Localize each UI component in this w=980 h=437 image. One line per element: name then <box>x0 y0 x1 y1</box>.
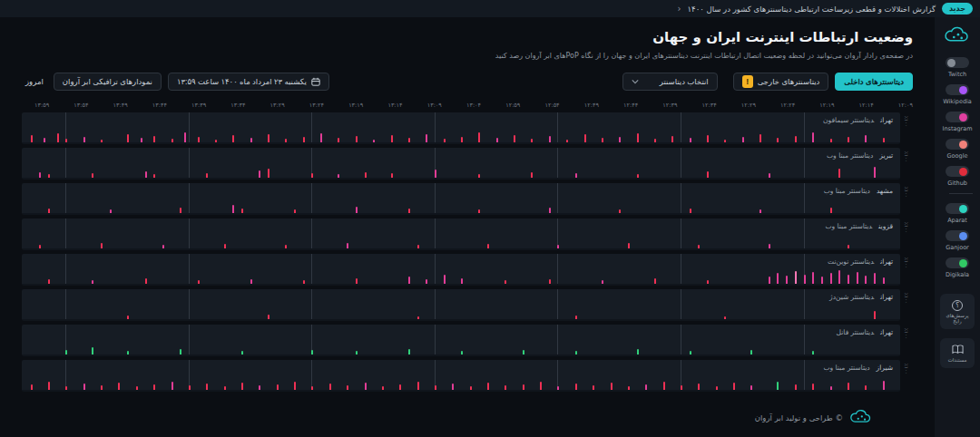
arvan-radar-logo-icon[interactable] <box>944 24 971 48</box>
event-tick <box>162 245 164 248</box>
row-scale-label: ٪۱۰۰ <box>904 151 909 162</box>
faq-button[interactable]: ؟ پرسش‌های رایج <box>940 294 975 329</box>
gridline <box>557 289 558 319</box>
event-tick <box>65 350 67 354</box>
event-tick <box>277 384 279 390</box>
event-tick <box>487 383 489 390</box>
event-tick <box>408 277 410 284</box>
timeline-track[interactable]: تهراندیتاسنتر نوین‌نت <box>22 254 900 286</box>
event-tick <box>654 278 656 284</box>
event-tick <box>795 271 797 284</box>
row-city: تبریز <box>879 151 893 160</box>
event-tick <box>329 384 331 390</box>
gridline <box>65 254 66 284</box>
timeline-track[interactable]: شیرازدیتاسنتر مبنا وب <box>22 360 900 392</box>
event-tick <box>92 280 93 284</box>
new-badge[interactable]: جدید <box>942 3 973 15</box>
gridline <box>65 148 66 178</box>
event-tick <box>848 275 849 284</box>
event-tick <box>540 382 542 390</box>
service-item-instagram: Instagram <box>942 112 972 132</box>
event-tick <box>311 386 313 390</box>
select-datacenter-dropdown[interactable]: انتخاب دیتاسنتر <box>622 73 718 91</box>
service-toggle-wikipedia[interactable] <box>946 84 969 95</box>
time-tick-label: ۱۲:۲۴ <box>780 102 795 109</box>
tab-internal-datacenters[interactable]: دیتاسنترهای داخلی <box>835 73 913 91</box>
event-tick <box>206 173 208 178</box>
row-scale-label: ٪۱۰۰ <box>904 257 909 268</box>
event-tick <box>575 316 577 319</box>
row-scale-handle[interactable]: ٪۱۰۰ <box>900 289 913 321</box>
row-scale-handle[interactable]: ٪۱۰۰ <box>900 360 913 392</box>
service-toggle-digikala[interactable] <box>946 257 969 268</box>
row-scale-handle[interactable]: ٪۱۰۰ <box>900 148 913 180</box>
event-tick <box>285 139 287 142</box>
event-tick <box>118 383 120 390</box>
announcement-text[interactable]: گزارش اختلالات و قطعی زیرساخت ارتباطی دی… <box>688 5 936 14</box>
service-toggle-ganjoor[interactable] <box>946 230 969 241</box>
event-tick <box>311 173 313 178</box>
event-tick <box>496 138 498 142</box>
event-tick <box>557 386 559 390</box>
event-tick <box>602 138 603 142</box>
row-datacenter: دیتاسنتر مبنا وب <box>825 222 872 230</box>
calendar-icon <box>311 77 320 86</box>
chevron-left-icon[interactable]: ‹ <box>678 4 681 14</box>
toggle-knob <box>959 168 967 176</box>
service-toggle-instagram[interactable] <box>946 112 969 122</box>
gridline <box>804 112 805 142</box>
row-scale-handle[interactable]: ٪۱۰۰ <box>900 254 913 286</box>
gridline <box>804 183 805 213</box>
service-toggle-twitch[interactable] <box>946 57 969 68</box>
row-scale-handle[interactable]: ٪۱۰۰ <box>900 183 913 215</box>
timeline-track[interactable]: تهراندیتاسنتر فانل <box>22 325 900 356</box>
timeline-track[interactable]: تهراندیتاسنتر شین‌دژ <box>22 289 900 321</box>
event-tick <box>44 138 45 142</box>
event-tick <box>523 384 524 390</box>
row-scale-handle[interactable]: ٪۱۰۰ <box>900 218 913 250</box>
row-label: تهراندیتاسنتر نوین‌نت <box>828 257 893 266</box>
gridline <box>435 218 436 248</box>
event-tick <box>347 385 348 390</box>
docs-button[interactable]: مستندات <box>940 338 975 368</box>
toggle-knob <box>947 59 956 67</box>
gridline <box>681 254 681 284</box>
service-label: Google <box>947 152 968 160</box>
timeline-track[interactable]: تبریزدیتاسنتر مبنا وب <box>22 148 900 180</box>
event-tick <box>57 133 59 142</box>
traffic-charts-button[interactable]: نمودارهای ترافیکی ابر آروان <box>54 73 162 91</box>
row-label: تهراندیتاسنتر فانل <box>837 328 893 336</box>
event-tick <box>505 385 506 390</box>
today-button[interactable]: امروز <box>22 73 47 91</box>
tab-external-datacenters[interactable]: دیتاسنترهای خارجی ! <box>733 73 829 91</box>
date-picker-button[interactable]: یکشنبه ۲۳ امرداد ماه ۱۴۰۰ ساعت ۱۳:۵۹ <box>168 73 329 91</box>
event-tick <box>127 316 129 319</box>
time-tick-label: ۱۲:۴۹ <box>584 102 599 109</box>
event-tick <box>241 383 243 390</box>
gridline <box>435 325 436 354</box>
event-tick <box>848 383 849 390</box>
time-tick-label: ۱۳:۳۴ <box>230 102 245 109</box>
event-tick <box>830 273 832 284</box>
row-scale-handle[interactable]: ٪۱۰۰ <box>900 325 913 356</box>
event-tick <box>478 132 480 142</box>
service-toggle-aparat[interactable] <box>946 203 969 214</box>
external-tab-label: دیتاسنترهای خارجی <box>758 77 820 86</box>
event-tick <box>39 172 41 178</box>
service-toggle-list: TwitchWikipediaInstagramGoogleGithubApar… <box>942 57 972 285</box>
event-tick <box>874 311 876 319</box>
event-tick <box>145 171 147 178</box>
timeline-track[interactable]: تهراندیتاسنتر سیمافون <box>22 112 900 144</box>
event-tick <box>812 384 814 390</box>
gridline <box>435 183 436 213</box>
service-toggle-google[interactable] <box>946 139 969 150</box>
event-tick <box>127 351 129 354</box>
timeline-track[interactable]: مشهددیتاسنتر مبنا وب <box>22 183 900 215</box>
row-scale-handle[interactable]: ٪۱۰۰ <box>900 112 913 144</box>
service-item-ganjoor: Ganjoor <box>942 230 972 251</box>
timeline-track[interactable]: قزویندیتاسنتر مبنا وب <box>22 218 900 250</box>
event-tick <box>189 385 191 390</box>
event-tick <box>338 174 339 178</box>
service-toggle-github[interactable] <box>946 166 969 177</box>
time-tick-label: ۱۳:۲۴ <box>309 102 324 109</box>
